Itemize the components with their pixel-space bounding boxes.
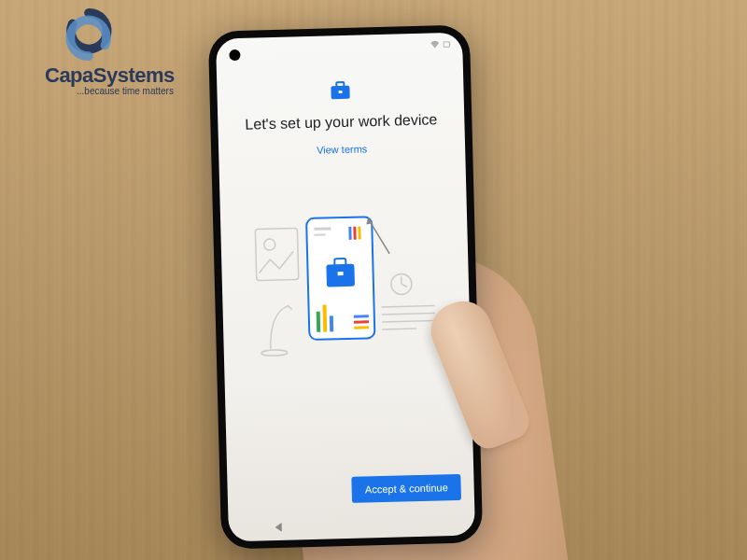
svg-rect-4: [338, 91, 342, 93]
svg-line-28: [382, 306, 435, 307]
svg-rect-18: [322, 305, 327, 332]
svg-line-30: [382, 321, 435, 322]
svg-rect-16: [338, 272, 344, 275]
svg-rect-13: [358, 227, 360, 240]
svg-line-29: [382, 314, 435, 315]
svg-line-27: [402, 284, 407, 287]
svg-rect-22: [354, 326, 369, 329]
capasystems-logo: CapaSystems ...because time matters: [45, 7, 175, 96]
setup-illustration-icon: [250, 201, 441, 364]
setup-title: Let's set up your work device: [218, 111, 464, 134]
svg-rect-10: [315, 234, 326, 236]
svg-line-31: [382, 329, 416, 329]
svg-rect-12: [353, 227, 356, 240]
logo-name: CapaSystems: [45, 63, 175, 88]
battery-icon: [443, 40, 451, 49]
svg-point-6: [264, 239, 275, 250]
svg-rect-3: [336, 82, 344, 87]
logo-mark-icon: [62, 7, 116, 62]
view-terms-link[interactable]: View terms: [317, 143, 367, 155]
status-bar: [430, 40, 451, 49]
svg-rect-9: [314, 227, 331, 230]
svg-rect-11: [348, 227, 351, 240]
svg-rect-5: [255, 228, 298, 280]
svg-rect-20: [354, 315, 369, 317]
svg-rect-1: [449, 44, 450, 46]
setup-content: Let's set up your work device View terms: [216, 33, 471, 366]
logo-tagline: ...because time matters: [77, 86, 174, 96]
accept-continue-button[interactable]: Accept & continue: [352, 474, 461, 503]
svg-rect-17: [317, 312, 321, 332]
wifi-icon: [430, 40, 439, 49]
phone-screen: Let's set up your work device View terms: [216, 33, 475, 542]
briefcase-icon: [329, 80, 352, 102]
svg-point-7: [261, 350, 288, 357]
svg-rect-19: [330, 315, 333, 331]
android-nav-bar: [228, 509, 475, 541]
phone-device: Let's set up your work device View terms: [208, 24, 483, 549]
nav-back-icon[interactable]: [275, 523, 282, 532]
button-row: Accept & continue: [352, 474, 461, 503]
svg-rect-0: [444, 42, 449, 48]
svg-rect-21: [354, 320, 369, 323]
